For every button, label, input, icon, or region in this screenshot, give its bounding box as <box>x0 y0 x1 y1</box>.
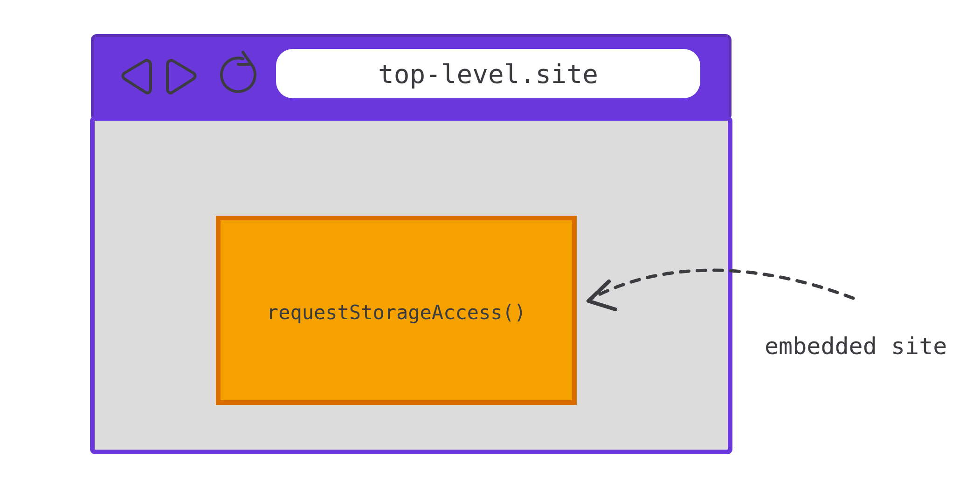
embedded-frame-code: requestStorageAccess() <box>267 301 526 324</box>
address-bar[interactable]: top-level.site <box>276 49 700 98</box>
embedded-site-frame: requestStorageAccess() <box>218 218 574 403</box>
annotation-label: embedded site <box>765 333 947 360</box>
address-bar-url: top-level.site <box>378 59 598 89</box>
